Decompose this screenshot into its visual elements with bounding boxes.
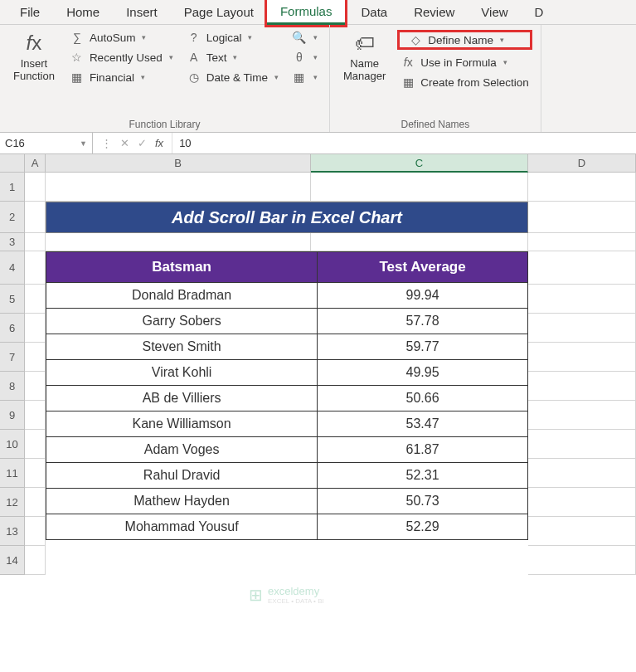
table-row[interactable]: AB de Villiers50.66 — [46, 386, 528, 411]
create-from-selection-button[interactable]: ▦Create from Selection — [397, 75, 532, 90]
cell[interactable] — [528, 401, 636, 430]
cell[interactable] — [528, 251, 636, 285]
table-row[interactable]: Garry Sobers57.78 — [46, 309, 528, 334]
tab-insert[interactable]: Insert — [113, 1, 171, 23]
cell[interactable] — [528, 202, 636, 233]
insert-function-button[interactable]: fx Insert Function — [8, 30, 60, 85]
row-header[interactable]: 8 — [0, 372, 25, 401]
formula-input[interactable]: 10 — [172, 133, 636, 153]
logical-button[interactable]: ?Logical▾ — [183, 30, 282, 45]
col-header-a[interactable]: A — [25, 154, 46, 173]
col-batsman[interactable]: Batsman — [46, 252, 318, 283]
define-name-button[interactable]: ◇Define Name▾ — [405, 32, 525, 47]
worksheet-grid[interactable]: A B C D 1 2 Add Scroll Bar in Excel Char… — [0, 154, 636, 575]
cell[interactable] — [528, 173, 636, 202]
col-header-c[interactable]: C — [311, 154, 528, 173]
row-header[interactable]: 11 — [0, 459, 25, 488]
cell[interactable] — [25, 202, 46, 233]
name-manager-button[interactable]: 🏷 Name Manager — [338, 30, 391, 85]
text-button[interactable]: AText▾ — [183, 50, 282, 65]
cancel-icon[interactable]: ✕ — [120, 137, 129, 149]
chevron-down-icon[interactable]: ▼ — [80, 139, 87, 148]
cell[interactable] — [528, 430, 636, 459]
cell[interactable] — [528, 285, 636, 314]
cell[interactable] — [25, 173, 46, 202]
cell[interactable] — [528, 314, 636, 343]
cell-name: Mohammad Yousuf — [46, 514, 318, 540]
row-header[interactable]: 6 — [0, 314, 25, 343]
table-row[interactable]: Steven Smith59.77 — [46, 334, 528, 360]
cell[interactable] — [528, 233, 636, 251]
tab-view[interactable]: View — [468, 1, 521, 23]
cell[interactable] — [25, 343, 46, 372]
name-box[interactable]: C16 ▼ — [0, 133, 93, 153]
cell-name: Virat Kohli — [46, 360, 318, 386]
fx-icon[interactable]: fx — [155, 137, 163, 149]
tab-review[interactable]: Review — [401, 1, 468, 23]
tab-file[interactable]: File — [7, 1, 53, 23]
col-test-average[interactable]: Test Average — [318, 252, 528, 283]
tab-data[interactable]: Data — [347, 1, 401, 23]
row-header[interactable]: 5 — [0, 285, 25, 314]
row-header[interactable]: 2 — [0, 202, 25, 233]
logical-label: Logical — [206, 32, 242, 44]
cell[interactable] — [25, 430, 46, 459]
table-row[interactable]: Mathew Hayden50.73 — [46, 489, 528, 514]
more-functions-button[interactable]: ▦▾ — [289, 70, 321, 85]
col-header-b[interactable]: B — [46, 154, 311, 173]
use-in-formula-button[interactable]: fxUse in Formula▾ — [397, 55, 532, 70]
tab-home[interactable]: Home — [53, 1, 113, 23]
table-row[interactable]: Rahul Dravid52.31 — [46, 463, 528, 489]
cell[interactable] — [25, 251, 46, 285]
cell[interactable] — [25, 314, 46, 343]
row-header[interactable]: 1 — [0, 173, 25, 202]
cell[interactable] — [25, 459, 46, 488]
row-header[interactable]: 10 — [0, 430, 25, 459]
lookup-button[interactable]: 🔍▾ — [289, 30, 321, 45]
cell[interactable] — [25, 233, 46, 251]
autosum-button[interactable]: ∑AutoSum▾ — [66, 30, 177, 45]
recently-used-button[interactable]: ☆Recently Used▾ — [66, 50, 177, 65]
chevron-down-icon: ▾ — [313, 53, 318, 61]
select-all-corner[interactable] — [0, 154, 25, 173]
cell[interactable] — [528, 459, 636, 488]
tab-page-layout[interactable]: Page Layout — [171, 1, 267, 23]
table-row[interactable]: Virat Kohli49.95 — [46, 360, 528, 386]
row-header[interactable]: 4 — [0, 251, 25, 285]
chevron-down-icon: ▾ — [313, 33, 318, 41]
cell[interactable] — [25, 488, 46, 517]
cell[interactable] — [311, 233, 528, 251]
cell[interactable] — [528, 546, 636, 575]
financial-button[interactable]: ▦Financial▾ — [66, 70, 177, 85]
cell[interactable] — [25, 546, 46, 575]
row-header[interactable]: 9 — [0, 401, 25, 430]
cell[interactable] — [46, 173, 311, 202]
math-button[interactable]: θ▾ — [289, 50, 321, 65]
accept-icon[interactable]: ✓ — [138, 137, 147, 149]
cell[interactable] — [25, 517, 46, 546]
cell[interactable] — [311, 173, 528, 202]
row-header[interactable]: 13 — [0, 517, 25, 546]
formula-bar: C16 ▼ ⋮ ✕ ✓ fx 10 — [0, 133, 636, 154]
cell[interactable] — [528, 343, 636, 372]
table-row[interactable]: Mohammad Yousuf52.29 — [46, 514, 528, 540]
tab-formulas[interactable]: Formulas — [267, 0, 346, 25]
cell[interactable] — [528, 372, 636, 401]
cell[interactable] — [25, 285, 46, 314]
row-header[interactable]: 14 — [0, 546, 25, 575]
fx-icon: fx — [27, 32, 42, 55]
row-header[interactable]: 7 — [0, 343, 25, 372]
cell[interactable] — [528, 517, 636, 546]
cell[interactable] — [25, 401, 46, 430]
cell[interactable] — [528, 488, 636, 517]
row-header[interactable]: 3 — [0, 233, 25, 251]
col-header-d[interactable]: D — [528, 154, 636, 173]
cell[interactable] — [25, 372, 46, 401]
tab-d[interactable]: D — [522, 1, 557, 23]
row-header[interactable]: 12 — [0, 488, 25, 517]
table-row[interactable]: Donald Bradman99.94 — [46, 283, 528, 309]
date-time-button[interactable]: ◷Date & Time▾ — [183, 70, 282, 85]
table-row[interactable]: Adam Voges61.87 — [46, 437, 528, 463]
cell[interactable] — [46, 233, 311, 251]
table-row[interactable]: Kane Williamson53.47 — [46, 411, 528, 437]
